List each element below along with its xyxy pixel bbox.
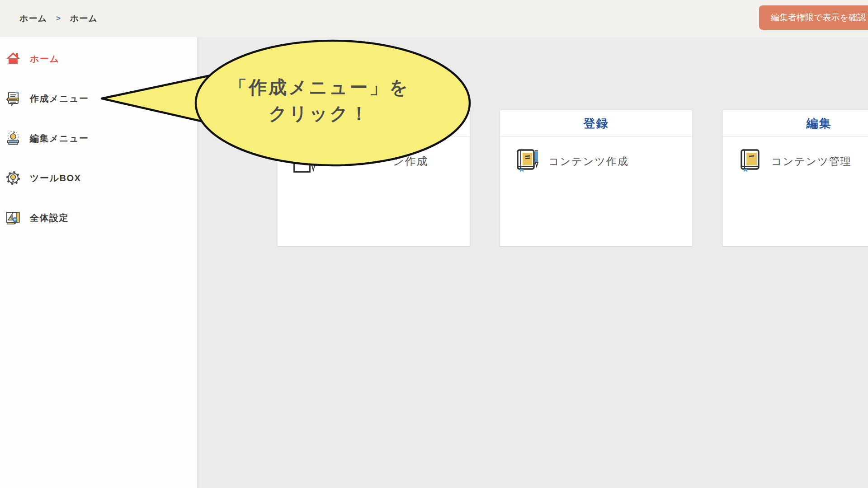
card-link-content-create[interactable]: コンテンツ作成 — [516, 149, 692, 174]
toolbox-icon — [5, 170, 21, 186]
breadcrumb: ホーム > ホーム — [19, 0, 98, 37]
global-settings-icon — [5, 210, 21, 226]
sidebar-item-label: ホーム — [30, 53, 59, 65]
home-icon — [5, 51, 21, 67]
annotation-line-1: 「作成メニュー」を — [184, 74, 455, 100]
card-link-content-manage[interactable]: コンテンツ管理 — [739, 149, 868, 174]
card-link-label-partial[interactable]: ン作成 — [393, 154, 429, 169]
topbar: ホーム > ホーム 編集者権限で表示を確認 — [0, 0, 868, 37]
breadcrumb-item-home[interactable]: ホーム — [19, 13, 47, 24]
editor-permission-preview-button[interactable]: 編集者権限で表示を確認 — [759, 5, 868, 30]
sidebar-item-global-settings[interactable]: 全体設定 — [0, 209, 198, 226]
create-menu-icon — [5, 90, 21, 107]
edit-menu-icon — [5, 130, 21, 146]
menu-card-create: ン作成 — [277, 110, 470, 246]
book-icon — [739, 149, 762, 174]
menu-card-edit: 編集 コンテンツ管理 — [722, 110, 868, 246]
menu-card-register: 登録 — [500, 110, 693, 246]
sidebar-item-home[interactable]: ホーム — [0, 50, 198, 67]
sidebar-item-label: 作成メニュー — [30, 93, 89, 105]
card-link-label: コンテンツ管理 — [771, 155, 852, 169]
sidebar: ホーム 作成メニュー — [0, 37, 198, 488]
breadcrumb-item-current: ホーム — [70, 13, 98, 24]
card-title: 編集 — [807, 116, 832, 131]
card-header — [278, 110, 470, 137]
sidebar-item-edit-menu[interactable]: 編集メニュー — [0, 130, 198, 147]
sidebar-item-toolbox[interactable]: ツールBOX — [0, 169, 198, 187]
artboard-pen-icon — [293, 161, 311, 173]
card-header: 登録 — [500, 110, 692, 137]
breadcrumb-separator-icon: > — [56, 14, 61, 23]
card-header: 編集 — [723, 110, 868, 137]
sidebar-item-create-menu[interactable]: 作成メニュー — [0, 90, 198, 107]
book-pencil-icon — [516, 149, 539, 174]
sidebar-item-label: 全体設定 — [30, 212, 69, 224]
sidebar-item-label: 編集メニュー — [30, 132, 89, 145]
sidebar-item-label: ツールBOX — [30, 172, 81, 184]
pen-nib-icon — [311, 164, 316, 174]
card-title: 登録 — [584, 116, 609, 131]
card-link-label: コンテンツ作成 — [548, 155, 629, 169]
app-window: ホーム > ホーム 編集者権限で表示を確認 ホーム — [0, 0, 868, 488]
